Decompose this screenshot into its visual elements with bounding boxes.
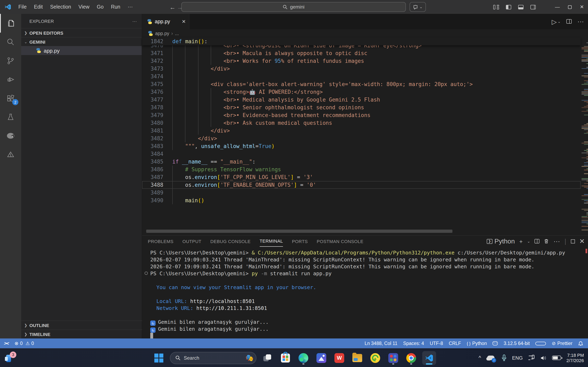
notifications-bell[interactable] xyxy=(575,338,588,348)
sidebar-more-icon[interactable]: ··· xyxy=(132,18,137,24)
timeline-section[interactable]: ❯ TIMELINE xyxy=(21,329,142,338)
editor-more-icon[interactable]: ··· xyxy=(577,18,584,25)
remote-indicator[interactable]: >< xyxy=(0,338,12,348)
terminal-line[interactable]: Network URL: http://10.211.1.31:8501 xyxy=(150,305,581,312)
code-line[interactable]: 3476 <strong>🤖 AI POWERED:</strong> xyxy=(142,88,581,96)
python-interpreter[interactable]: 3.12.5 64-bit xyxy=(501,338,533,348)
ms-store-button[interactable] xyxy=(278,351,292,365)
terminal-line[interactable]: ↻Gemini bilen aragatnaşyk gurulýar... xyxy=(150,318,581,325)
run-python-button[interactable]: ▷ ⌄ xyxy=(552,18,561,25)
minimize-button[interactable]: — xyxy=(551,0,563,14)
menu-view[interactable]: View xyxy=(75,2,93,11)
menu-more[interactable]: ··· xyxy=(124,2,136,11)
close-button[interactable]: ✕ xyxy=(576,0,588,14)
copilot-status[interactable] xyxy=(490,338,501,348)
tab-ports[interactable]: PORTS xyxy=(292,236,308,247)
terminal-line[interactable] xyxy=(150,277,581,284)
file-app-py[interactable]: app.py xyxy=(21,46,142,55)
code-line[interactable]: 3477 <br>• Medical analysis by Google Ge… xyxy=(142,96,581,104)
terminal-line[interactable]: PS C:\Users\User\Desktop\gemini> py -m s… xyxy=(150,270,581,277)
terminal-line[interactable] xyxy=(150,312,581,318)
tray-clock[interactable]: 7:18 PM 2/7/2026 xyxy=(566,352,584,363)
panel-more-icon[interactable]: ··· xyxy=(553,238,560,245)
problems-indicator[interactable]: ⊗0 ⚠0 xyxy=(12,338,37,348)
code-line[interactable]: 3470 <br>• <strong>Disc on RIGHT side of… xyxy=(142,45,581,49)
microphone-icon[interactable] xyxy=(502,354,507,361)
file-explorer-button[interactable] xyxy=(350,351,364,365)
tab-postman-console[interactable]: POSTMAN CONSOLE xyxy=(317,236,363,247)
tab-close-icon[interactable]: ✕ xyxy=(182,19,186,25)
copilot-button[interactable]: ⌄ xyxy=(410,2,426,12)
activity-run-debug[interactable] xyxy=(0,70,21,89)
code-line[interactable]: 3483 """, unsafe_allow_html=True) xyxy=(142,142,581,150)
code-line[interactable]: 3489 xyxy=(142,189,581,197)
tab-problems[interactable]: PROBLEMS xyxy=(148,236,173,247)
start-button[interactable] xyxy=(152,351,166,365)
code-line[interactable]: 3487 os.environ['TF_CPP_MIN_LOG_LEVEL'] … xyxy=(142,173,581,181)
minimap[interactable] xyxy=(581,38,588,235)
command-decoration-icon[interactable] xyxy=(145,272,148,275)
activity-extensions[interactable]: 2 xyxy=(0,89,21,108)
task-view-button[interactable] xyxy=(260,351,274,365)
code-line[interactable]: 3478 <br>• Senior ophthalmologist second… xyxy=(142,104,581,111)
chevron-down-icon[interactable]: ⌄ xyxy=(527,239,530,243)
activity-testing[interactable] xyxy=(0,108,21,126)
terminal-line[interactable]: Local URL: http://localhost:8501 xyxy=(150,298,581,305)
menu-selection[interactable]: Selection xyxy=(46,2,75,11)
speaker-icon[interactable] xyxy=(540,355,547,361)
command-center-search[interactable]: gemini xyxy=(181,2,406,12)
terminal-line[interactable] xyxy=(150,291,581,298)
onedrive-icon[interactable]: i xyxy=(486,354,496,361)
battery-icon[interactable] xyxy=(552,356,561,360)
activity-source-control[interactable] xyxy=(0,51,21,70)
code-line[interactable]: 3473 </div> xyxy=(142,65,581,73)
wps-button[interactable]: W xyxy=(332,351,346,365)
outline-section[interactable]: ❯ OUTLINE xyxy=(21,320,142,329)
photos-button[interactable] xyxy=(314,351,328,365)
code-line[interactable]: 3490 main() xyxy=(142,197,581,204)
code-line[interactable]: 3479 <br>• Evidence-based treatment reco… xyxy=(142,111,581,119)
menu-edit[interactable]: Edit xyxy=(30,2,46,11)
encoding[interactable]: UTF-8 xyxy=(427,338,446,348)
tray-chevron-icon[interactable]: ^ xyxy=(479,355,481,361)
breadcrumb-more[interactable]: ... xyxy=(175,31,179,36)
sticky-line[interactable]: 1842def main(): xyxy=(142,38,208,45)
terminal-line[interactable]: 2026-02-07 19:09:03.241 Thread 'MainThre… xyxy=(150,263,581,270)
maximize-panel-icon[interactable] xyxy=(571,238,575,245)
code-line[interactable]: 3486 # Suppress TensorFlow warnings xyxy=(142,166,581,173)
code-line[interactable]: 3474 xyxy=(142,73,581,80)
menu-file[interactable]: File xyxy=(15,2,30,11)
toggle-sidebar-icon[interactable] xyxy=(506,5,511,9)
taskbar-search[interactable]: Search 🎭 xyxy=(170,352,256,364)
streamlit-indicator[interactable] xyxy=(533,338,549,348)
code-line[interactable]: 3488 os.environ['TF_ENABLE_ONEDNN_OPTS']… xyxy=(142,181,581,189)
terminal-line[interactable]: ↻Gemini bilen aragatnaşyk gurulýar... xyxy=(150,325,581,332)
activity-search[interactable] xyxy=(0,33,21,51)
breadcrumb-file[interactable]: app.py xyxy=(155,31,169,36)
code-editor[interactable]: 3470 <br>• <strong>Disc on RIGHT side of… xyxy=(142,45,581,235)
new-terminal-button[interactable]: + xyxy=(519,238,522,244)
breadcrumbs[interactable]: app.py › ... xyxy=(142,29,588,38)
menu-go[interactable]: Go xyxy=(93,2,107,11)
split-terminal-icon[interactable] xyxy=(535,238,540,245)
terminal-line[interactable]: You can now view your Streamlit app in y… xyxy=(150,284,581,291)
toggle-secondary-sidebar-icon[interactable] xyxy=(530,5,536,9)
code-line[interactable]: 3481 </div> xyxy=(142,127,581,134)
terminal-line[interactable]: 2026-02-07 19:09:03.241 Thread 'MainThre… xyxy=(150,256,581,263)
taskbar-corner-widget[interactable]: 3 xyxy=(5,349,14,367)
terminal-line[interactable]: PS C:\Users\User\Desktop\gemini> & C:/Us… xyxy=(150,249,581,256)
edge-button[interactable] xyxy=(296,351,310,365)
toggle-panel-icon[interactable] xyxy=(518,5,523,9)
tab-terminal[interactable]: TERMINAL xyxy=(259,236,283,247)
antivirus-360-button[interactable]: + xyxy=(368,351,382,365)
customize-layout-icon[interactable] xyxy=(493,5,499,9)
cast-icon[interactable] xyxy=(528,355,535,361)
code-line[interactable]: 3471 <br>• Macula is always opposite to … xyxy=(142,49,581,57)
split-editor-icon[interactable] xyxy=(566,18,572,25)
terminal-output[interactable]: PS C:\Users\User\Desktop\gemini> & C:/Us… xyxy=(150,249,581,339)
terminal-shell-item[interactable]: ❯ Python xyxy=(487,238,515,245)
tab-app-py[interactable]: app.py ✕ xyxy=(142,14,190,29)
tab-debug-console[interactable]: DEBUG CONSOLE xyxy=(210,236,251,247)
horizontal-scrollbar[interactable] xyxy=(146,230,452,233)
indentation[interactable]: Spaces: 4 xyxy=(400,338,427,348)
